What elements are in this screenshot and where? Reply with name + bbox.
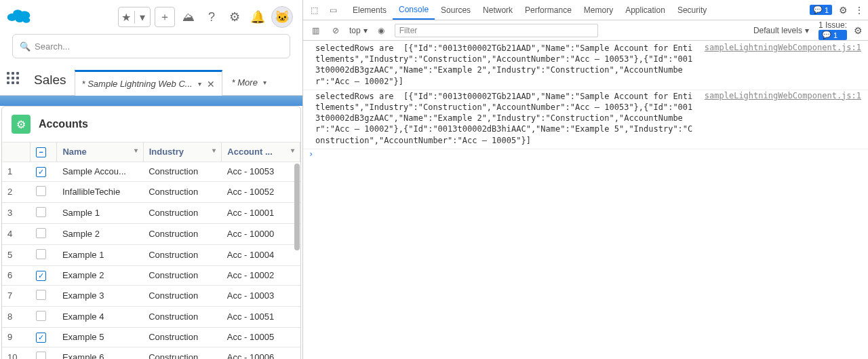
search-input[interactable]: 🔍 Search... — [12, 34, 290, 58]
row-checkbox[interactable]: ✓ — [31, 162, 57, 181]
devtools-tab-sources[interactable]: Sources — [435, 0, 477, 20]
svg-point-3 — [16, 16, 24, 22]
settings-icon[interactable]: ⚙ — [839, 5, 848, 16]
table-row[interactable]: 5Example 1ConstructionAcc - 10004 — [2, 244, 300, 265]
log-levels-selector[interactable]: Default levels ▾ — [753, 26, 809, 35]
row-number: 3 — [2, 202, 31, 223]
table-row[interactable]: 9✓Example 5ConstructionAcc - 10005 — [2, 327, 300, 347]
salesforce-pane: ★▾ ＋ ⛰ ? ⚙ 🔔 🐱 🔍 Search... Sales * Sampl… — [0, 0, 302, 359]
console-log-entry[interactable]: selectedRows are [{"Id":"0013t00002TGb21… — [303, 90, 868, 149]
issues-link[interactable]: 1 Issue: 💬1 — [818, 20, 847, 40]
table-row[interactable]: 1✓Sample Accou...ConstructionAcc - 10053 — [2, 162, 300, 181]
cell-industry: Construction — [143, 306, 222, 327]
devtools-tab-security[interactable]: Security — [671, 0, 713, 20]
row-checkbox[interactable]: ✓ — [31, 327, 57, 347]
clear-console-icon[interactable]: ⊘ — [329, 24, 342, 37]
row-number: 8 — [2, 306, 31, 327]
console-settings-icon[interactable]: ⚙ — [854, 25, 863, 36]
devtools-tab-console[interactable]: Console — [393, 0, 435, 20]
gear-icon[interactable]: ⚙ — [225, 7, 244, 26]
context-selector[interactable]: top ▾ — [349, 26, 368, 35]
log-source-link[interactable]: sampleLightningWebComponent.js:1 — [696, 43, 861, 87]
console-output: selectedRows are [{"Id":"0013t00002TGb21… — [303, 41, 868, 359]
devtools-tab-application[interactable]: Application — [619, 0, 671, 20]
console-prompt[interactable]: › — [303, 149, 868, 159]
row-number: 9 — [2, 327, 31, 347]
kebab-icon[interactable]: ⋮ — [854, 5, 864, 16]
tab-sample-lwc[interactable]: * Sample Lightning Web C... ▾ ✕ — [75, 70, 222, 96]
cell-industry: Construction — [143, 347, 222, 359]
component-icon: ⚙ — [12, 115, 31, 134]
row-checkbox[interactable] — [31, 285, 57, 306]
filter-input[interactable]: Filter — [395, 24, 598, 37]
cell-account: Acc - 10005 — [222, 327, 300, 347]
cell-industry: Construction — [143, 223, 222, 244]
cell-name: Example 3 — [57, 285, 143, 306]
table-row[interactable]: 8Example 4ConstructionAcc - 10051 — [2, 306, 300, 327]
log-source-link[interactable]: sampleLightningWebComponent.js:1 — [696, 91, 861, 146]
search-icon: 🔍 — [20, 41, 31, 52]
close-icon[interactable]: ✕ — [207, 79, 215, 90]
checkbox-indeterminate-icon: − — [36, 147, 46, 157]
live-expression-icon[interactable]: ◉ — [374, 24, 388, 37]
avatar[interactable]: 🐱 — [271, 6, 293, 28]
table-row[interactable]: 6✓Example 2ConstructionAcc - 10002 — [2, 265, 300, 285]
chevron-down-icon[interactable]: ▾ — [263, 79, 267, 86]
nav-bar: Sales * Sample Lightning Web C... ▾ ✕ * … — [0, 65, 302, 96]
row-checkbox[interactable]: ✓ — [31, 265, 57, 285]
search-placeholder: Search... — [35, 41, 70, 52]
row-number: 10 — [2, 347, 31, 359]
star-icon: ★ — [119, 11, 135, 24]
inspect-icon[interactable]: ⬚ — [307, 3, 321, 17]
cell-account: Acc - 10002 — [222, 265, 300, 285]
row-number: 5 — [2, 244, 31, 265]
table-row[interactable]: 7Example 3ConstructionAcc - 10003 — [2, 285, 300, 306]
row-checkbox[interactable] — [31, 181, 57, 202]
scrollbar-thumb[interactable] — [294, 164, 300, 250]
cell-industry: Construction — [143, 181, 222, 202]
accounts-card: ⚙ Accounts − Name▾ Industry▾ Account ...… — [1, 106, 301, 359]
cell-name: Example 6 — [57, 347, 143, 359]
add-button[interactable]: ＋ — [155, 7, 175, 27]
cell-account: Acc - 10003 — [222, 285, 300, 306]
devtools-tab-performance[interactable]: Performance — [519, 0, 578, 20]
tab-more[interactable]: * More ▾ — [225, 69, 273, 95]
favorites-button[interactable]: ★▾ — [118, 7, 151, 27]
console-log-entry[interactable]: selectedRows are [{"Id":"0013t00002TGb21… — [303, 42, 868, 90]
row-checkbox[interactable] — [31, 347, 57, 359]
app-launcher-icon[interactable] — [7, 72, 23, 88]
bell-icon[interactable]: 🔔 — [248, 7, 267, 26]
col-industry-header[interactable]: Industry▾ — [143, 143, 222, 162]
devtools-pane: ⬚ ▭ ElementsConsoleSourcesNetworkPerform… — [302, 0, 868, 359]
salesforce-logo — [5, 6, 34, 29]
cell-name: InfallibleTechie — [57, 181, 143, 202]
cell-industry: Construction — [143, 202, 222, 223]
sidebar-toggle-icon[interactable]: ▥ — [309, 24, 322, 37]
table-row[interactable]: 4Sample 2ConstructionAcc - 10000 — [2, 223, 300, 244]
col-account-header[interactable]: Account ...▾ — [222, 143, 300, 162]
table-row[interactable]: 2InfallibleTechieConstructionAcc - 10052 — [2, 181, 300, 202]
cell-account: Acc - 10000 — [222, 223, 300, 244]
device-toggle-icon[interactable]: ▭ — [326, 3, 340, 17]
col-select-header[interactable]: − — [31, 143, 57, 162]
cell-name: Example 4 — [57, 306, 143, 327]
col-name-header[interactable]: Name▾ — [57, 143, 143, 162]
devtools-tab-elements[interactable]: Elements — [347, 0, 393, 20]
row-checkbox[interactable] — [31, 202, 57, 223]
table-row[interactable]: 10Example 6ConstructionAcc - 10006 — [2, 347, 300, 359]
row-checkbox[interactable] — [31, 306, 57, 327]
cell-industry: Construction — [143, 244, 222, 265]
cell-account: Acc - 10001 — [222, 202, 300, 223]
devtools-tab-memory[interactable]: Memory — [578, 0, 619, 20]
cell-industry: Construction — [143, 327, 222, 347]
table-row[interactable]: 3Sample 1ConstructionAcc - 10001 — [2, 202, 300, 223]
chevron-down-icon: ▾ — [363, 26, 368, 35]
messages-badge[interactable]: 💬1 — [810, 5, 832, 15]
help-icon[interactable]: ? — [202, 7, 221, 26]
chevron-down-icon[interactable]: ▾ — [198, 80, 201, 88]
devtools-tab-network[interactable]: Network — [477, 0, 519, 20]
chevron-down-icon: ▾ — [805, 26, 809, 35]
row-checkbox[interactable] — [31, 244, 57, 265]
trailhead-icon[interactable]: ⛰ — [179, 7, 198, 26]
row-checkbox[interactable] — [31, 223, 57, 244]
